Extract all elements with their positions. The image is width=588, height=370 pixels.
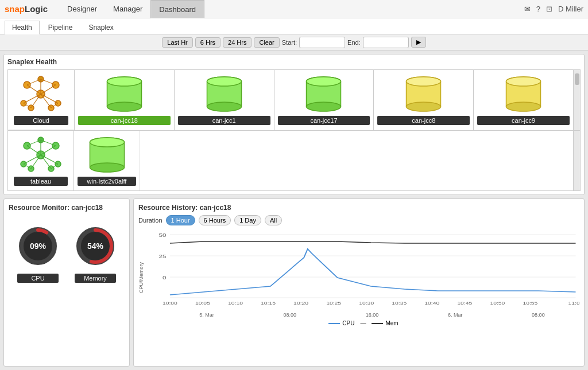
svg-line-11 bbox=[41, 94, 58, 103]
btn-1hour[interactable]: 1 Hour bbox=[166, 215, 195, 225]
snaplex-health-panel: Snaplex Health bbox=[3, 54, 585, 195]
svg-text:11:00: 11:00 bbox=[568, 301, 579, 306]
db-cylinder-green1 bbox=[103, 75, 146, 114]
last-hr-button[interactable]: Last Hr bbox=[162, 37, 192, 48]
start-input[interactable] bbox=[299, 37, 345, 48]
clear-button[interactable]: Clear bbox=[254, 37, 279, 48]
tableau-cell[interactable]: tableau bbox=[8, 131, 74, 190]
svg-line-60 bbox=[41, 155, 58, 164]
chart-svg: 50 25 0 10:00 10:05 10:10 10:15 10:20 bbox=[148, 229, 579, 309]
svg-line-13 bbox=[31, 94, 41, 108]
svg-text:10:15: 10:15 bbox=[261, 301, 276, 306]
tableau-network-icon bbox=[17, 135, 65, 174]
svg-text:10:20: 10:20 bbox=[293, 301, 308, 306]
svg-point-29 bbox=[207, 102, 241, 111]
db-cylinder-yellow1 bbox=[402, 75, 445, 114]
svg-point-41 bbox=[407, 102, 441, 111]
start-label: Start: bbox=[282, 39, 297, 46]
chart-toolbar: Duration 1 Hour 6 Hours 1 Day All bbox=[138, 215, 579, 225]
svg-text:10:25: 10:25 bbox=[326, 301, 341, 306]
date-1600: 16:00 bbox=[366, 312, 379, 318]
y-axis-title: CPU/Memory bbox=[138, 229, 146, 326]
can-jcc1-label: can-jcc1 bbox=[178, 116, 270, 125]
svg-line-57 bbox=[27, 146, 41, 155]
memory-gauge: 54% bbox=[72, 223, 118, 269]
tab-pipeline[interactable]: Pipeline bbox=[41, 21, 80, 34]
svg-point-48 bbox=[506, 77, 541, 86]
gauges: 09% CPU 54% Memory bbox=[9, 223, 125, 283]
mail-icon[interactable]: ✉ bbox=[524, 5, 531, 13]
user-icon: ⊡ bbox=[546, 5, 552, 13]
svg-point-47 bbox=[506, 102, 541, 111]
main-content: Snaplex Health bbox=[0, 50, 588, 370]
tableau-label: tableau bbox=[14, 177, 68, 186]
logo-logic: Logic bbox=[25, 4, 48, 14]
sub-tabs: Health Pipeline Snaplex bbox=[0, 18, 588, 34]
svg-text:50: 50 bbox=[158, 232, 166, 238]
tab-health[interactable]: Health bbox=[5, 21, 40, 34]
can-jcc17-label: can-jcc17 bbox=[278, 116, 370, 125]
btn-1day[interactable]: 1 Day bbox=[234, 215, 261, 225]
btn-all[interactable]: All bbox=[265, 215, 282, 225]
svg-line-10 bbox=[24, 94, 41, 103]
date-6mar: 6. Mar bbox=[448, 312, 463, 318]
chart-container: CPU/Memory 50 25 0 bbox=[138, 229, 579, 326]
cpu-gauge-container: 09% CPU bbox=[15, 223, 61, 283]
svg-text:10:40: 10:40 bbox=[424, 301, 439, 306]
memory-gauge-container: 54% Memory bbox=[72, 223, 118, 283]
bottom-panels: Resource Monitor: can-jcc18 09% CPU bbox=[3, 198, 585, 367]
chart-area: 50 25 0 10:00 10:05 10:10 10:15 10:20 bbox=[148, 229, 579, 326]
can-jcc18-cell[interactable]: can-jcc18 bbox=[75, 70, 175, 130]
chart-legend: CPU — Mem bbox=[148, 320, 579, 326]
nav-designer[interactable]: Designer bbox=[59, 0, 105, 18]
empty-row2 bbox=[140, 131, 573, 190]
cloud-cell[interactable]: Cloud bbox=[8, 70, 74, 130]
can-jcc1-cell[interactable]: can-jcc1 bbox=[175, 70, 274, 130]
end-input[interactable] bbox=[363, 37, 409, 48]
db-cylinder-green3 bbox=[302, 75, 345, 114]
svg-line-59 bbox=[24, 155, 41, 164]
date-5mar: 5. Mar bbox=[199, 312, 214, 318]
svg-line-58 bbox=[41, 146, 56, 155]
scroll-bar[interactable] bbox=[573, 70, 580, 130]
can-jcc8-label: can-jcc8 bbox=[377, 116, 470, 125]
win-cell[interactable]: win-lstc2v0alff bbox=[74, 131, 140, 190]
can-jcc9-cell[interactable]: can-jcc9 bbox=[474, 70, 573, 130]
nav-dashboard[interactable]: Dashboard bbox=[150, 0, 204, 18]
svg-point-72 bbox=[90, 163, 124, 172]
scroll-bar-bottom bbox=[573, 131, 580, 190]
svg-text:10:05: 10:05 bbox=[195, 301, 210, 306]
svg-point-30 bbox=[207, 77, 241, 86]
cloud-label: Cloud bbox=[14, 116, 68, 125]
resource-monitor-title: Resource Monitor: can-jcc18 bbox=[9, 204, 125, 212]
can-jcc8-cell[interactable]: can-jcc8 bbox=[374, 70, 474, 130]
svg-point-24 bbox=[107, 77, 141, 86]
logo-snap: snap bbox=[5, 4, 25, 14]
twenty-four-hrs-button[interactable]: 24 Hrs bbox=[223, 37, 252, 48]
svg-text:10:45: 10:45 bbox=[457, 301, 472, 306]
nav-manager[interactable]: Manager bbox=[105, 0, 150, 18]
db-cylinder-yellow2 bbox=[502, 75, 545, 114]
nav-right: ✉ ? ⊡ D Miller bbox=[524, 5, 583, 13]
legend-cpu: CPU bbox=[328, 320, 354, 326]
win-label: win-lstc2v0alff bbox=[78, 177, 136, 186]
svg-line-8 bbox=[27, 85, 41, 94]
svg-point-42 bbox=[407, 77, 441, 86]
svg-point-36 bbox=[307, 77, 341, 86]
run-button[interactable]: ▶ bbox=[411, 37, 426, 48]
btn-6hours[interactable]: 6 Hours bbox=[199, 215, 231, 225]
svg-text:25: 25 bbox=[158, 254, 166, 259]
six-hrs-button[interactable]: 6 Hrs bbox=[195, 37, 220, 48]
top-nav: snapLogic Designer Manager Dashboard ✉ ?… bbox=[0, 0, 588, 18]
tab-snaplex[interactable]: Snaplex bbox=[81, 21, 121, 34]
end-label: End: bbox=[347, 39, 361, 46]
date-labels: 5. Mar 08:00 16:00 6. Mar 08:00 bbox=[148, 312, 579, 318]
toolbar: Last Hr 6 Hrs 24 Hrs Clear Start: End: ▶ bbox=[0, 34, 588, 50]
svg-text:0: 0 bbox=[163, 275, 167, 281]
user-label: D Miller bbox=[558, 5, 583, 13]
help-icon[interactable]: ? bbox=[536, 5, 540, 13]
memory-label: Memory bbox=[75, 274, 116, 283]
db-cylinder-green4 bbox=[86, 135, 129, 174]
can-jcc17-cell[interactable]: can-jcc17 bbox=[274, 70, 374, 130]
logo: snapLogic bbox=[5, 4, 48, 14]
